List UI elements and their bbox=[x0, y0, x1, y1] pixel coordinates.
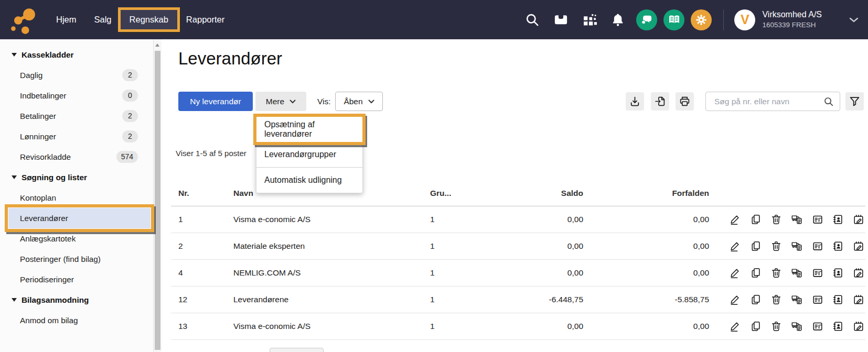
nav-item-hjem[interactable]: Hjem bbox=[47, 10, 85, 29]
sidebar-item-daglig[interactable]: Daglig 2 bbox=[8, 65, 151, 85]
e-conomic-logo[interactable] bbox=[7, 5, 37, 35]
delivery-truck-document-icon[interactable] bbox=[791, 294, 803, 305]
notifications-bell-icon[interactable] bbox=[611, 13, 625, 27]
sidebar-item-lonninger[interactable]: Lønninger 2 bbox=[8, 126, 151, 147]
table-row[interactable]: 1 Visma e-conomic A/S 1 0,00 0,00 bbox=[171, 206, 865, 233]
column-header-forfalden[interactable]: Forfalden bbox=[583, 189, 709, 198]
print-button[interactable] bbox=[676, 92, 694, 111]
menu-item-automatisk-udligning[interactable]: Automatisk udligning bbox=[256, 168, 362, 193]
cell-nr: 12 bbox=[171, 295, 226, 304]
sidebar-item-anmod-om-bilag[interactable]: Anmod om bilag bbox=[8, 310, 151, 331]
top-navbar: Hjem Salg Regnskab Rapporter bbox=[0, 0, 868, 39]
note-edit-icon[interactable] bbox=[853, 214, 864, 225]
settings-gear-button[interactable] bbox=[691, 9, 712, 30]
edit-icon[interactable] bbox=[730, 294, 741, 305]
table-row[interactable]: 2 Materiale eksperten 1 0,00 0,00 bbox=[171, 233, 865, 260]
sidebar-item-revisorkladde[interactable]: Revisorkladde 574 bbox=[8, 147, 151, 167]
contacts-book-icon[interactable] bbox=[832, 321, 844, 332]
search-icon[interactable] bbox=[525, 13, 539, 27]
download-button[interactable] bbox=[626, 92, 644, 111]
edit-icon[interactable] bbox=[730, 267, 741, 279]
copy-icon[interactable] bbox=[750, 240, 762, 252]
sidebar-item-leverandorer[interactable]: Leverandører bbox=[8, 208, 151, 228]
nav-item-salg[interactable]: Salg bbox=[85, 10, 121, 29]
sidebar-section-bilagsanmodning[interactable]: Bilagsanmodning bbox=[0, 290, 153, 310]
scrollbar-thumb[interactable] bbox=[155, 51, 160, 350]
sidebar-item-kontoplan[interactable]: Kontoplan bbox=[8, 188, 151, 208]
sidebar-scrollbar[interactable] bbox=[153, 39, 162, 352]
note-edit-icon[interactable] bbox=[853, 294, 864, 305]
postings-card-icon[interactable] bbox=[812, 267, 823, 279]
row-actions bbox=[709, 321, 865, 332]
note-edit-icon[interactable] bbox=[853, 240, 864, 252]
delivery-truck-document-icon[interactable] bbox=[791, 321, 803, 332]
postings-card-icon[interactable] bbox=[812, 321, 823, 332]
column-header-gruppe[interactable]: Gru... bbox=[420, 189, 472, 198]
table-row[interactable]: 12 Leverandørene 1 -6.448,75 -5.858,75 bbox=[171, 287, 865, 313]
note-edit-icon[interactable] bbox=[853, 321, 864, 332]
sidebar-item-posteringer[interactable]: Posteringer (find bilag) bbox=[8, 249, 151, 269]
copy-icon[interactable] bbox=[750, 214, 762, 225]
delete-icon[interactable] bbox=[770, 321, 782, 332]
table-row[interactable]: 13 Visma e-conomic A/S 1 0,00 0,00 bbox=[171, 313, 865, 340]
scrollbar-up-arrow[interactable] bbox=[155, 43, 159, 47]
new-supplier-button[interactable]: Ny leverandør bbox=[178, 92, 253, 111]
cell-gruppe: 1 bbox=[420, 268, 472, 278]
delivery-truck-document-icon[interactable] bbox=[791, 214, 803, 225]
copy-icon[interactable] bbox=[750, 321, 762, 332]
cell-forfalden: 0,00 bbox=[583, 322, 709, 331]
row-actions bbox=[709, 240, 865, 252]
export-file-button[interactable] bbox=[651, 92, 669, 111]
search-icon[interactable] bbox=[823, 96, 834, 107]
sidebar-item-betalinger[interactable]: Betalinger 2 bbox=[8, 106, 151, 126]
delete-icon[interactable] bbox=[770, 214, 782, 225]
contacts-book-icon[interactable] bbox=[832, 240, 844, 252]
postings-card-icon[interactable] bbox=[812, 294, 823, 305]
edit-icon[interactable] bbox=[730, 321, 741, 332]
nav-item-regnskab[interactable]: Regnskab bbox=[121, 10, 177, 29]
postings-card-icon[interactable] bbox=[812, 214, 823, 225]
delete-icon[interactable] bbox=[770, 294, 782, 305]
table-row[interactable]: 4 NEMLIG.COM A/S 1 0,00 0,00 bbox=[171, 260, 865, 287]
edit-icon[interactable] bbox=[730, 214, 741, 225]
copy-icon[interactable] bbox=[750, 294, 762, 305]
contacts-book-icon[interactable] bbox=[832, 214, 844, 225]
table-body: 1 Visma e-conomic A/S 1 0,00 0,00 bbox=[171, 206, 865, 340]
menu-item-leverandorgrupper[interactable]: Leverandørgrupper bbox=[256, 142, 362, 167]
postings-card-icon[interactable] bbox=[812, 240, 823, 252]
vis-select[interactable]: Åben bbox=[335, 92, 383, 111]
column-header-saldo[interactable]: Saldo bbox=[472, 189, 583, 198]
sidebar-item-periodiseringer[interactable]: Periodiseringer bbox=[8, 269, 151, 290]
sidebar-item-anlaegskartotek[interactable]: Anlægskartotek bbox=[8, 228, 151, 249]
contacts-book-icon[interactable] bbox=[832, 294, 844, 305]
note-edit-icon[interactable] bbox=[853, 267, 864, 279]
copy-icon[interactable] bbox=[750, 267, 762, 279]
sidebar-item-indbetalinger[interactable]: Indbetalinger 0 bbox=[8, 85, 151, 106]
navbar-divider bbox=[723, 9, 724, 30]
menu-item-opsaetning-af-leverandorer[interactable]: Opsætning af leverandører bbox=[256, 117, 362, 142]
inbox-icon[interactable] bbox=[553, 13, 569, 26]
chat-support-button[interactable] bbox=[636, 9, 657, 30]
help-book-button[interactable] bbox=[663, 9, 684, 30]
filter-button[interactable] bbox=[845, 92, 864, 111]
contacts-book-icon[interactable] bbox=[832, 267, 844, 279]
company-info[interactable]: Virksomhed A/S 1605339 FRESH bbox=[762, 9, 822, 30]
company-id: 1605339 FRESH bbox=[762, 21, 822, 30]
chat-bubbles-icon bbox=[641, 15, 652, 25]
cell-navn: Materiale eksperten bbox=[226, 241, 420, 251]
apps-grid-icon[interactable] bbox=[583, 13, 597, 27]
sidebar-section-sogning-og-lister[interactable]: Søgning og lister bbox=[0, 167, 153, 188]
column-header-nr[interactable]: Nr. bbox=[171, 189, 226, 198]
delivery-truck-document-icon[interactable] bbox=[791, 267, 803, 279]
delete-icon[interactable] bbox=[770, 240, 782, 252]
load-more-button-partial[interactable] bbox=[270, 348, 324, 352]
delete-icon[interactable] bbox=[770, 267, 782, 279]
company-avatar[interactable]: V bbox=[734, 9, 755, 30]
edit-icon[interactable] bbox=[730, 240, 741, 252]
search-input[interactable] bbox=[713, 96, 823, 107]
nav-item-rapporter[interactable]: Rapporter bbox=[177, 10, 233, 29]
delivery-truck-document-icon[interactable] bbox=[791, 240, 803, 252]
company-chevron-down-icon[interactable] bbox=[849, 17, 859, 23]
more-button[interactable]: Mere bbox=[255, 92, 306, 111]
sidebar-section-kassekladder[interactable]: Kassekladder bbox=[0, 45, 153, 65]
